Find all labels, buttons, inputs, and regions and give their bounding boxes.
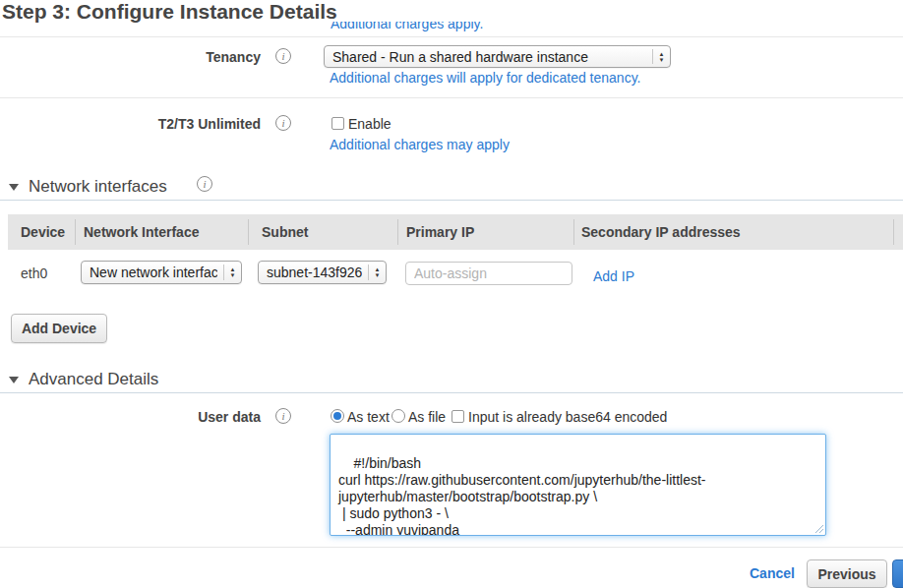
- column-header-secondary-ip: Secondary IP addresses: [581, 224, 741, 240]
- column-separator: [893, 219, 894, 245]
- cancel-link[interactable]: Cancel: [750, 565, 795, 581]
- add-device-button[interactable]: Add Device: [11, 314, 107, 343]
- column-separator: [397, 219, 398, 245]
- user-data-textarea[interactable]: #!/bin/bash curl https://raw.githubuserc…: [330, 434, 826, 536]
- column-header-network-interface: Network Interface: [84, 224, 199, 240]
- divider: [0, 36, 903, 37]
- advanced-details-section-header[interactable]: Advanced Details: [9, 370, 158, 389]
- device-cell: eth0: [21, 265, 47, 281]
- tenancy-label: Tenancy: [0, 49, 261, 65]
- add-ip-link[interactable]: Add IP: [593, 268, 634, 284]
- tenancy-select[interactable]: Shared - Run a shared hardware instance …: [324, 45, 671, 68]
- network-interfaces-info-icon[interactable]: i: [197, 176, 212, 192]
- section-divider: [0, 200, 903, 201]
- t2t3-charges-link[interactable]: Additional charges may apply: [330, 137, 510, 152]
- collapse-triangle-icon: [9, 184, 19, 191]
- column-header-device: Device: [21, 224, 65, 240]
- as-file-radio[interactable]: [391, 409, 405, 423]
- network-interfaces-heading: Network interfaces: [29, 177, 167, 196]
- primary-ip-input[interactable]: [405, 262, 572, 285]
- radio-selected-dot: [333, 412, 341, 420]
- user-data-info-icon[interactable]: i: [275, 408, 291, 424]
- configure-instance-page: Additional charges apply. Step 3: Config…: [0, 0, 903, 588]
- section-divider: [0, 392, 903, 393]
- network-interfaces-section-header[interactable]: Network interfaces: [9, 177, 167, 197]
- subnet-select-value: subnet-143f9263: [267, 265, 362, 280]
- stepper-icon: ▲▼: [223, 265, 241, 280]
- add-device-button-label: Add Device: [22, 321, 96, 336]
- previous-button-label: Previous: [817, 566, 875, 582]
- user-data-label: User data: [0, 409, 261, 425]
- stepper-icon: ▲▼: [652, 49, 670, 64]
- advanced-details-heading: Advanced Details: [29, 370, 158, 388]
- t2t3-enable-checkbox[interactable]: [331, 117, 344, 130]
- page-title: Step 3: Configure Instance Details: [2, 0, 337, 24]
- misspelled-word: yuvipanda: [396, 522, 459, 536]
- resize-handle-icon[interactable]: [813, 523, 823, 533]
- user-data-script: #!/bin/bash curl https://raw.githubuserc…: [338, 455, 706, 536]
- dedicated-tenancy-charges-link[interactable]: Additional charges will apply for dedica…: [330, 70, 640, 86]
- primary-action-button[interactable]: [892, 559, 903, 588]
- t2t3-enable-checkbox-label: Enable: [348, 116, 391, 132]
- footer-divider: [0, 547, 903, 548]
- column-separator: [248, 219, 249, 245]
- base64-checkbox[interactable]: [452, 410, 464, 423]
- column-separator: [75, 219, 76, 245]
- column-header-primary-ip: Primary IP: [406, 224, 474, 240]
- column-separator: [573, 219, 574, 245]
- t2t3-info-icon[interactable]: i: [275, 115, 291, 131]
- network-interface-select-value: New network interface: [90, 265, 217, 280]
- stepper-icon: ▲▼: [368, 265, 386, 280]
- subnet-select[interactable]: subnet-143f9263 ▲▼: [258, 261, 387, 284]
- previous-button[interactable]: Previous: [807, 559, 887, 588]
- as-text-radio-label: As text: [347, 409, 390, 425]
- tenancy-info-icon[interactable]: i: [275, 48, 291, 64]
- t2t3-unlimited-label: T2/T3 Unlimited: [0, 116, 261, 132]
- collapse-triangle-icon: [9, 377, 19, 383]
- as-text-radio[interactable]: [331, 409, 344, 423]
- tenancy-select-value: Shared - Run a shared hardware instance: [332, 49, 588, 65]
- as-file-radio-label: As file: [408, 409, 446, 425]
- base64-checkbox-label: Input is already base64 encoded: [468, 409, 667, 425]
- divider: [0, 97, 903, 98]
- column-header-subnet: Subnet: [262, 224, 308, 240]
- network-interface-select[interactable]: New network interface ▲▼: [81, 261, 242, 284]
